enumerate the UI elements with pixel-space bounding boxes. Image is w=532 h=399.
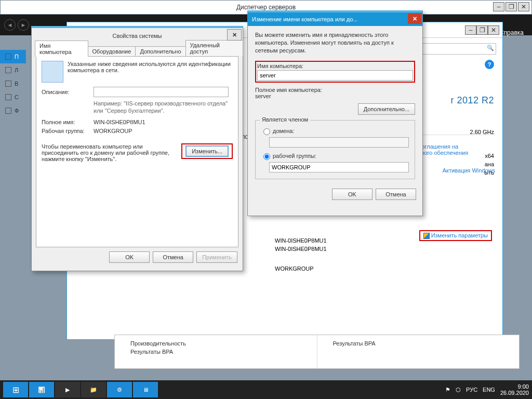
task-server-manager[interactable]: 📊 bbox=[29, 382, 54, 397]
domain-radio[interactable]: домена: bbox=[261, 127, 409, 135]
sys-close-button[interactable]: ✕ bbox=[488, 25, 499, 35]
minimize-button[interactable]: – bbox=[493, 2, 504, 11]
system-properties-dialog: Свойства системы ✕ Имя компьютера Оборуд… bbox=[31, 26, 243, 271]
bpa-panel: Производительность Результаты BPA Резуль… bbox=[114, 335, 520, 369]
bpa-results-label-2: Результаты BPA bbox=[333, 340, 504, 347]
server-icon bbox=[5, 67, 11, 73]
workgroup-radio[interactable]: рабочей группы: bbox=[261, 152, 409, 160]
windows-icon: ⊞ bbox=[12, 385, 19, 395]
rename-close-button[interactable]: ✕ bbox=[408, 14, 421, 24]
description-label: Описание: bbox=[42, 89, 94, 95]
rename-titlebar: Изменение имени компьютера или до... ✕ bbox=[248, 12, 422, 26]
change-button-highlight: Изменить... bbox=[181, 143, 233, 159]
performance-label: Производительность bbox=[130, 340, 301, 347]
windows-edition-partial: r 2012 R2 bbox=[450, 95, 494, 105]
sidebar-item-4[interactable]: Ф bbox=[0, 104, 26, 117]
change-settings-highlight: Изменить параметры bbox=[419, 230, 492, 241]
tray-network-icon[interactable]: ⬡ bbox=[456, 387, 461, 393]
language-indicator-1[interactable]: РУС bbox=[466, 387, 477, 393]
nav-back-icon[interactable]: ◄ bbox=[4, 19, 16, 31]
workgroup-input[interactable] bbox=[269, 162, 409, 172]
dashboard-icon bbox=[5, 54, 11, 60]
help-icon[interactable]: ? bbox=[485, 60, 494, 69]
activate-windows-link[interactable]: Активация Windows bbox=[443, 167, 495, 174]
computer-name-row: WIN-0ISHE0P8MU1 bbox=[275, 237, 327, 244]
computer-name-highlight: Имя компьютера: bbox=[255, 61, 415, 83]
role-icon bbox=[5, 94, 11, 100]
full-computer-name-label: Полное имя компьютера: bbox=[255, 87, 415, 93]
sysprops-apply-button[interactable]: Применить bbox=[196, 251, 237, 263]
clock-time: 9:00 bbox=[500, 383, 529, 390]
bpa-results-label: Результаты BPA bbox=[130, 349, 301, 355]
tab-hardware[interactable]: Оборудование bbox=[88, 46, 136, 56]
system-tray: ⚑ ⬡ РУС ENG 9:00 26.09.2020 bbox=[445, 383, 529, 396]
close-button[interactable]: ✕ bbox=[518, 2, 529, 11]
maximize-button[interactable]: ❐ bbox=[506, 2, 517, 11]
servers-icon bbox=[5, 81, 11, 87]
workgroup-value: WORKGROUP bbox=[94, 128, 132, 134]
more-button[interactable]: Дополнительно... bbox=[358, 103, 415, 115]
search-icon: 🔍 bbox=[487, 45, 494, 55]
computer-icon bbox=[42, 61, 63, 83]
language-indicator-2[interactable]: ENG bbox=[483, 387, 495, 393]
workgroup-label: Рабочая группа: bbox=[42, 128, 94, 134]
intro-text: Указанные ниже сведения используются для… bbox=[68, 61, 233, 73]
file-icon bbox=[5, 108, 11, 114]
computer-name-input[interactable] bbox=[257, 70, 413, 81]
sysprops-cancel-button[interactable]: Отмена bbox=[153, 251, 193, 263]
sys-minimize-button[interactable]: – bbox=[465, 25, 476, 35]
rename-intro: Вы можете изменить имя и принадлежность … bbox=[255, 31, 415, 55]
clock[interactable]: 9:00 26.09.2020 bbox=[500, 383, 529, 396]
clock-date: 26.09.2020 bbox=[500, 390, 529, 396]
shield-icon bbox=[423, 233, 430, 239]
nav-forward-icon[interactable]: ► bbox=[18, 19, 29, 31]
tab-computer-name[interactable]: Имя компьютера bbox=[35, 41, 88, 57]
sysprops-tabbar: Имя компьютера Оборудование Дополнительн… bbox=[32, 44, 243, 56]
description-hint: Например: "IIS-сервер производственного … bbox=[94, 100, 233, 115]
fullname-label: Полное имя: bbox=[42, 119, 94, 125]
workgroup-row: WORKGROUP bbox=[275, 265, 327, 272]
sidebar-item-dashboard[interactable]: П bbox=[0, 50, 26, 63]
member-of-legend: Является членом bbox=[260, 116, 310, 123]
tray-flag-icon[interactable]: ⚑ bbox=[445, 387, 450, 393]
tab-computer-name-page: Указанные ниже сведения используются для… bbox=[36, 56, 238, 247]
fullname-value: WIN-0ISHE0P8MU1 bbox=[94, 119, 145, 125]
change-settings-link[interactable]: Изменить параметры bbox=[431, 232, 488, 238]
task-explorer[interactable]: 📁 bbox=[81, 382, 106, 397]
task-system[interactable]: 🖥 bbox=[133, 382, 158, 397]
sidebar-item-1[interactable]: Л bbox=[0, 63, 26, 77]
system-properties-title: Свойства системы bbox=[112, 33, 162, 39]
rename-ok-button[interactable]: OK bbox=[332, 189, 373, 200]
member-of-fieldset: Является членом домена: рабочей группы: bbox=[255, 120, 415, 179]
task-powershell[interactable]: ▶ bbox=[55, 382, 80, 397]
sys-maximize-button[interactable]: ❐ bbox=[476, 25, 488, 35]
domain-input bbox=[269, 137, 409, 148]
computer-name-label: Имя компьютера: bbox=[257, 63, 413, 69]
sysprops-ok-button[interactable]: OK bbox=[109, 251, 150, 263]
sidebar-item-3[interactable]: С bbox=[0, 90, 26, 104]
rename-title: Изменение имени компьютера или до... bbox=[252, 16, 357, 22]
rename-computer-dialog: Изменение имени компьютера или до... ✕ В… bbox=[247, 10, 423, 216]
rename-hint: Чтобы переименовать компьютер или присое… bbox=[42, 143, 176, 162]
full-name-row: WIN-0ISHE0P8MU1 bbox=[275, 246, 327, 252]
tab-advanced[interactable]: Дополнительно bbox=[135, 46, 185, 56]
sysprops-close-button[interactable]: ✕ bbox=[227, 29, 242, 41]
full-computer-name-value: server bbox=[255, 93, 415, 99]
description-input[interactable] bbox=[94, 87, 229, 97]
sidebar-item-2[interactable]: В bbox=[0, 77, 26, 90]
start-button[interactable]: ⊞ bbox=[3, 382, 28, 397]
task-control-panel[interactable]: ⚙ bbox=[107, 382, 132, 397]
change-button[interactable]: Изменить... bbox=[185, 145, 229, 157]
server-manager-sidebar: П Л В С Ф bbox=[0, 50, 26, 117]
rename-cancel-button[interactable]: Отмена bbox=[376, 189, 416, 200]
taskbar: ⊞ 📊 ▶ 📁 ⚙ 🖥 ⚑ ⬡ РУС ENG 9:00 26.09.2020 bbox=[0, 380, 532, 399]
server-manager-title: Диспетчер серверов bbox=[236, 4, 296, 11]
